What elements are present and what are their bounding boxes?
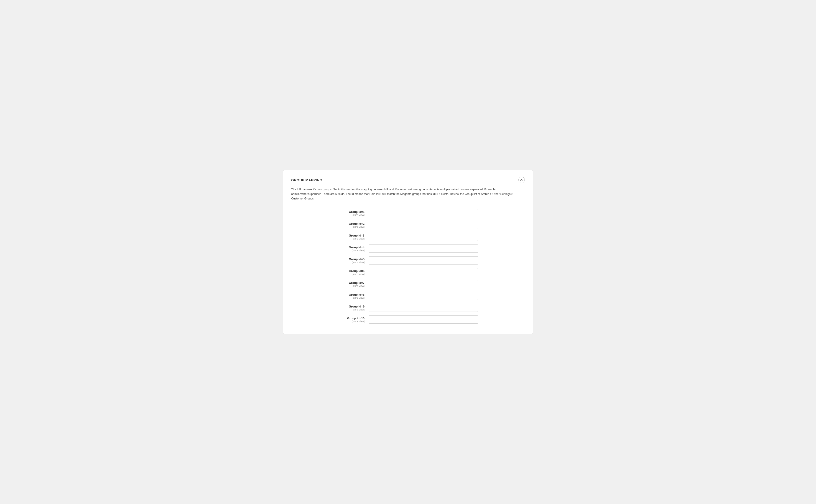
form-row: Group id=10[store view] [291,314,525,325]
field-label-group-9: Group id=9[store view] [291,305,369,311]
form-row: Group id=6[store view] [291,266,525,278]
field-label-5: Group id=5 [291,257,365,261]
field-label-1: Group id=1 [291,210,365,214]
form-row: Group id=3[store view] [291,231,525,243]
form-row: Group id=5[store view] [291,255,525,266]
field-sublabel-5: [store view] [291,261,365,264]
group-id-10-input[interactable] [369,315,478,324]
form-row: Group id=7[store view] [291,278,525,290]
field-label-4: Group id=4 [291,246,365,249]
field-label-group-6: Group id=6[store view] [291,269,369,275]
form-row: Group id=2[store view] [291,219,525,231]
field-label-group-5: Group id=5[store view] [291,257,369,264]
field-label-group-10: Group id=10[store view] [291,317,369,323]
field-label-10: Group id=10 [291,317,365,320]
form-row: Group id=1[store view] [291,207,525,219]
group-id-3-input[interactable] [369,233,478,241]
field-label-6: Group id=6 [291,269,365,273]
field-label-3: Group id=3 [291,234,365,237]
collapse-button[interactable] [518,177,525,183]
chevron-up-icon [520,179,523,181]
group-mapping-panel: GROUP MAPPING The IdP can use it's own g… [283,170,533,334]
field-label-2: Group id=2 [291,222,365,225]
group-id-5-input[interactable] [369,256,478,265]
group-id-6-input[interactable] [369,268,478,276]
field-label-8: Group id=8 [291,293,365,296]
field-sublabel-2: [store view] [291,225,365,228]
field-label-group-1: Group id=1[store view] [291,210,369,216]
group-id-4-input[interactable] [369,244,478,253]
panel-title: GROUP MAPPING [291,178,322,182]
field-label-group-3: Group id=3[store view] [291,234,369,240]
group-id-7-input[interactable] [369,280,478,288]
field-label-7: Group id=7 [291,281,365,285]
field-label-9: Group id=9 [291,305,365,308]
form-row: Group id=4[store view] [291,243,525,255]
field-label-group-4: Group id=4[store view] [291,246,369,252]
field-sublabel-6: [store view] [291,273,365,275]
field-sublabel-10: [store view] [291,320,365,323]
field-sublabel-8: [store view] [291,296,365,299]
field-label-group-8: Group id=8[store view] [291,293,369,299]
form-row: Group id=8[store view] [291,290,525,302]
group-id-2-input[interactable] [369,221,478,229]
field-sublabel-3: [store view] [291,237,365,240]
field-sublabel-4: [store view] [291,249,365,252]
panel-description: The IdP can use it's own groups. Set in … [291,187,525,201]
field-sublabel-9: [store view] [291,308,365,311]
form-rows: Group id=1[store view]Group id=2[store v… [291,207,525,325]
field-sublabel-1: [store view] [291,214,365,216]
group-id-1-input[interactable] [369,209,478,217]
field-label-group-7: Group id=7[store view] [291,281,369,287]
group-id-8-input[interactable] [369,292,478,300]
group-id-9-input[interactable] [369,304,478,312]
field-label-group-2: Group id=2[store view] [291,222,369,228]
field-sublabel-7: [store view] [291,285,365,287]
form-row: Group id=9[store view] [291,302,525,314]
panel-header: GROUP MAPPING [291,177,525,183]
